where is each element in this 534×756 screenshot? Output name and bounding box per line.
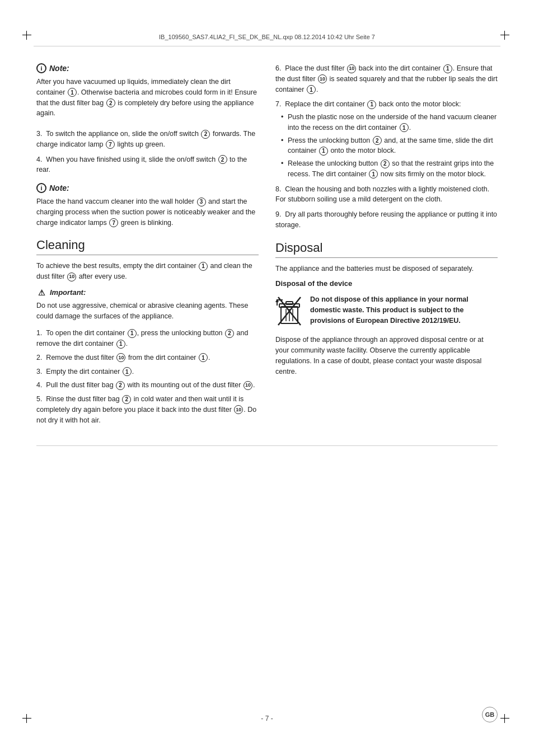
page: IB_109560_SAS7.4LIA2_FI_SE_DK_BE_NL.qxp … — [0, 0, 534, 756]
list-item: 7. Replace the dirt container 1 back ont… — [275, 99, 498, 179]
ref-1h: 1 — [307, 85, 316, 94]
steps-continued-list: 6. Place the dust filter 10 back into th… — [275, 63, 498, 231]
reg-mark-bl — [22, 714, 34, 725]
ref-2b: 2 — [201, 130, 210, 139]
note-text-2: Place the hand vaccum cleaner into the w… — [36, 196, 259, 228]
ref-2g: 2 — [373, 136, 382, 145]
meta-line: IB_109560_SAS7.4LIA2_FI_SE_DK_BE_NL.qxp … — [34, 0, 500, 46]
disposal-heading: Disposal — [275, 241, 498, 258]
list-item: Press the unlocking button 2 and, at the… — [281, 135, 498, 157]
info-icon-1: i — [36, 63, 46, 73]
list-item: 8. Clean the housing and both nozzles wi… — [275, 184, 498, 205]
reg-mark-tl — [22, 31, 34, 42]
list-item: Release the unlocking button 2 so that t… — [281, 158, 498, 180]
note-label-2: Note: — [49, 184, 69, 192]
note-title-2: i Note: — [36, 183, 259, 193]
ref-10c: 10 — [243, 381, 252, 390]
list-item: 5. Rinse the dust filter bag 2 in cold w… — [36, 394, 259, 425]
step7-bullets: Push the plastic nose on the underside o… — [275, 112, 498, 180]
bottom-divider — [36, 445, 498, 446]
svg-rect-2 — [286, 302, 293, 304]
ref-10f: 10 — [318, 74, 327, 83]
gb-badge: GB — [482, 707, 498, 722]
list-item: 2. Remove the dust filter 10 from the di… — [36, 353, 259, 363]
ref-1l: 1 — [369, 170, 378, 179]
left-column: i Note: After you have vacuumed up liqui… — [36, 63, 259, 429]
note-box-1: i Note: After you have vacuumed up liqui… — [36, 63, 259, 119]
list-item: 9. Dry all parts thoroughly before reusi… — [275, 209, 498, 231]
ref-1b: 1 — [199, 262, 208, 271]
ref-1k: 1 — [319, 147, 328, 156]
reg-mark-br — [500, 714, 512, 725]
ref-1f: 1 — [123, 367, 132, 376]
reg-mark-tr — [500, 31, 512, 42]
cleaning-intro: To achieve the best results, empty the d… — [36, 261, 259, 282]
ref-1g: 1 — [443, 64, 452, 73]
info-icon-2: i — [36, 183, 46, 193]
ref-1e: 1 — [199, 353, 208, 362]
step-3: 3. To switch the appliance on, slide the… — [36, 129, 259, 150]
page-number: - 7 - — [261, 715, 273, 722]
disposal-bold-text: Do not dispose of this appliance in your… — [310, 294, 498, 326]
ref-1d: 1 — [116, 340, 125, 349]
list-item: Push the plastic nose on the underside o… — [281, 112, 498, 133]
list-item: 1. To open the dirt container 1, press t… — [36, 328, 259, 349]
ref-2c: 2 — [218, 155, 227, 164]
weee-icon — [275, 294, 303, 328]
important-text: Do not use aggressive, chemical or abras… — [36, 300, 259, 322]
important-box: ⚠ Important: Do not use aggressive, chem… — [36, 288, 259, 322]
ref-2e: 2 — [116, 381, 125, 390]
note-box-2: i Note: Place the hand vaccum cleaner in… — [36, 183, 259, 228]
ref-1c: 1 — [128, 329, 137, 338]
ref-10d: 10 — [234, 405, 243, 414]
ref-2a: 2 — [106, 98, 115, 107]
step-4: 4. When you have finished using it, slid… — [36, 154, 259, 176]
list-item: 3. Empty the dirt container 1. — [36, 367, 259, 377]
note-label-1: Note: — [49, 64, 69, 73]
ref-10e: 10 — [347, 64, 356, 73]
disposal-icon-box: Do not dispose of this appliance in your… — [275, 294, 498, 328]
warning-icon: ⚠ — [36, 288, 46, 298]
ref-7a: 7 — [106, 140, 115, 149]
ref-2d: 2 — [225, 329, 234, 338]
ref-3a: 3 — [197, 198, 206, 206]
ref-10a: 10 — [67, 273, 76, 281]
disposal-intro: The appliance and the batteries must be … — [275, 264, 498, 274]
important-title: ⚠ Important: — [36, 288, 259, 298]
list-item: 4. Pull the dust filter bag 2 with its m… — [36, 380, 259, 391]
ref-10b: 10 — [116, 353, 125, 362]
list-item: 6. Place the dust filter 10 back into th… — [275, 63, 498, 95]
cleaning-heading: Cleaning — [36, 238, 259, 255]
note-title-1: i Note: — [36, 63, 259, 73]
disposal-body-text: Dispose of the appliance through an appr… — [275, 335, 498, 377]
ref-1a: 1 — [68, 88, 77, 97]
ref-1i: 1 — [367, 100, 376, 109]
disposal-device-heading: Disposal of the device — [275, 279, 498, 288]
right-column: 6. Place the dust filter 10 back into th… — [275, 63, 498, 429]
important-label: Important: — [50, 288, 86, 297]
ref-2h: 2 — [381, 159, 390, 168]
ref-7b: 7 — [109, 218, 118, 227]
cleaning-steps-list: 1. To open the dirt container 1, press t… — [36, 328, 259, 425]
note-text-1: After you have vacuumed up liquids, imme… — [36, 77, 259, 119]
ref-2f: 2 — [122, 395, 131, 404]
content-area: i Note: After you have vacuumed up liqui… — [0, 46, 534, 445]
ref-1j: 1 — [400, 123, 409, 132]
